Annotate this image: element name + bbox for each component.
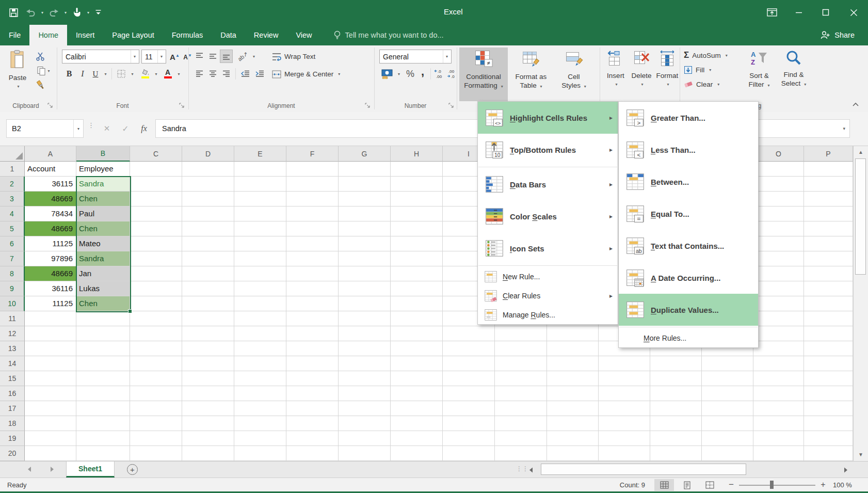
column-header-A[interactable]: A [25,146,76,162]
cell-B4[interactable]: Paul [76,206,130,221]
selection-fill-handle[interactable] [128,309,132,313]
cell-P5[interactable] [804,221,853,236]
cell-P17[interactable] [804,401,853,416]
number-dialog-launcher[interactable] [448,101,456,108]
row-header-7[interactable]: 7 [0,251,25,266]
cell-F16[interactable] [286,386,339,401]
cell-F1[interactable] [286,162,339,177]
row-header-12[interactable]: 12 [0,326,25,341]
cell-H6[interactable] [391,236,443,251]
cf-submenu-item-equal-to[interactable]: =Equal To... [619,198,758,230]
tab-review[interactable]: Review [245,25,287,45]
decrease-indent-button[interactable] [238,67,252,81]
cell-I16[interactable] [443,386,495,401]
cell-B8[interactable]: Jan [76,266,130,281]
row-header-6[interactable]: 6 [0,236,25,251]
cell-P18[interactable] [804,416,853,431]
hscroll-left-icon[interactable] [528,466,534,475]
cell-N17[interactable] [702,401,753,416]
cell-K14[interactable] [547,356,599,371]
cell-O1[interactable] [753,162,804,177]
cell-E17[interactable] [234,401,286,416]
align-center-button[interactable] [206,67,219,81]
cell-F19[interactable] [286,431,339,446]
cell-B6[interactable]: Mateo [76,236,130,251]
cf-submenu-item-more-rules[interactable]: More Rules... [619,328,758,347]
tab-data[interactable]: Data [212,25,245,45]
cell-D12[interactable] [182,326,234,341]
maximize-button[interactable] [812,2,839,23]
cell-B17[interactable] [76,401,130,416]
cell-C9[interactable] [130,281,182,296]
cf-menu-item-top-bottom-rules[interactable]: 10Top/Bottom Rules▸ [478,134,618,166]
cell-P2[interactable] [804,177,853,192]
cell-F10[interactable] [286,296,339,311]
cell-C16[interactable] [130,386,182,401]
number-format-combobox[interactable]: General▾ [379,50,452,63]
cell-N20[interactable] [702,446,753,461]
cell-K19[interactable] [547,431,599,446]
find-select-button[interactable]: Find & Select ▾ [777,47,810,101]
cell-B3[interactable]: Chen [76,192,130,206]
cell-E20[interactable] [234,446,286,461]
undo-button[interactable] [23,5,38,20]
cell-G4[interactable] [339,206,391,221]
cell-H3[interactable] [391,192,443,206]
cell-O19[interactable] [753,431,804,446]
hscroll-right-icon[interactable] [843,466,848,475]
cell-N16[interactable] [702,386,753,401]
percent-style-button[interactable]: % [404,67,417,81]
cell-J17[interactable] [495,401,547,416]
cell-E9[interactable] [234,281,286,296]
cell-I15[interactable] [443,371,495,386]
cell-P11[interactable] [804,311,853,326]
cell-K15[interactable] [547,371,599,386]
column-header-E[interactable]: E [234,146,286,162]
cell-L16[interactable] [599,386,650,401]
next-sheet-icon[interactable] [50,466,55,475]
cell-E16[interactable] [234,386,286,401]
cell-G12[interactable] [339,326,391,341]
tell-me-box[interactable]: Tell me what you want to do... [328,25,449,45]
cell-H7[interactable] [391,251,443,266]
cell-K17[interactable] [547,401,599,416]
cell-N14[interactable] [702,356,753,371]
cell-C5[interactable] [130,221,182,236]
cell-A7[interactable]: 97896 [25,251,76,266]
cell-A10[interactable]: 11125 [25,296,76,311]
cell-P6[interactable] [804,236,853,251]
column-header-D[interactable]: D [182,146,234,162]
cell-D11[interactable] [182,311,234,326]
cell-D8[interactable] [182,266,234,281]
cell-P16[interactable] [804,386,853,401]
vertical-scrollbar[interactable]: ▲ ▼ [853,146,868,461]
cell-H4[interactable] [391,206,443,221]
cell-C2[interactable] [130,177,182,192]
cf-menu-item-clear-rules[interactable]: Clear Rules▸ [478,286,618,305]
cell-B20[interactable] [76,446,130,461]
cell-O18[interactable] [753,416,804,431]
cell-H2[interactable] [391,177,443,192]
borders-dropdown-icon[interactable]: ▾ [128,67,135,81]
zoom-level[interactable]: 100 % [833,481,852,489]
align-right-button[interactable] [220,67,233,81]
cell-D6[interactable] [182,236,234,251]
cell-J14[interactable] [495,356,547,371]
format-painter-button[interactable] [32,78,50,92]
cut-button[interactable] [32,50,50,63]
cell-H16[interactable] [391,386,443,401]
cell-P20[interactable] [804,446,853,461]
cell-I14[interactable] [443,356,495,371]
cell-J15[interactable] [495,371,547,386]
cell-I12[interactable] [443,326,495,341]
cell-A13[interactable] [25,341,76,356]
cell-H12[interactable] [391,326,443,341]
increase-font-size-button[interactable]: A▲ [168,50,181,63]
cell-G20[interactable] [339,446,391,461]
sheet-tab-sheet1[interactable]: Sheet1 [66,462,115,478]
cell-A3[interactable]: 48669 [25,192,76,206]
cell-D5[interactable] [182,221,234,236]
cell-O15[interactable] [753,371,804,386]
cell-C18[interactable] [130,416,182,431]
cf-submenu-item-between[interactable]: Between... [619,166,758,198]
